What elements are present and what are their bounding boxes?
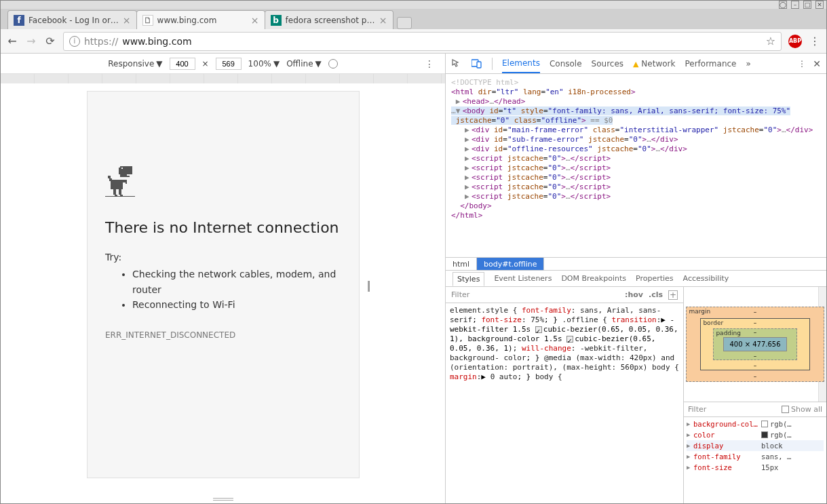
tab-close-icon[interactable]: × (119, 15, 131, 26)
computed-row: ▶background-colo…rgb(… (687, 419, 824, 429)
window-titlebar: ◯ – □ ✕ (1, 1, 826, 9)
breadcrumb-item[interactable]: body#t.offline (477, 258, 544, 270)
svg-rect-8 (126, 182, 127, 184)
address-bar[interactable]: i https://www.bing.com ☆ (63, 32, 782, 51)
computed-row: ▶colorrgb(… (687, 429, 824, 440)
new-tab-button[interactable] (397, 17, 412, 29)
computed-row: ▶font-familysans, … (687, 451, 824, 462)
svg-rect-13 (105, 196, 135, 197)
styles-tab-properties[interactable]: Properties (636, 274, 674, 283)
rotate-icon[interactable] (328, 59, 338, 69)
tab-close-icon[interactable]: × (247, 15, 259, 26)
back-button[interactable]: ← (6, 35, 18, 47)
computed-row: ▶displayblock (687, 440, 824, 451)
svg-rect-11 (115, 195, 117, 196)
svg-rect-9 (113, 189, 116, 195)
browser-tab[interactable]: f Facebook - Log In or… × (7, 10, 137, 29)
tab-title: www.bing.com (157, 16, 247, 25)
svg-rect-10 (119, 189, 121, 195)
border-label: border (703, 319, 723, 326)
favicon-icon: b (271, 15, 282, 26)
tab-network[interactable]: ▲ Network (633, 59, 675, 69)
filter-input[interactable]: Filter (451, 290, 469, 299)
svg-rect-12 (120, 195, 123, 196)
user-icon[interactable]: ◯ (779, 1, 787, 9)
styles-tab-dombreakpoints[interactable]: DOM Breakpoints (561, 274, 626, 283)
ruler-horizontal (1, 74, 445, 83)
device-menu-button[interactable]: ⋮ (425, 58, 434, 69)
box-content: 400 × 477.656 (723, 337, 786, 351)
tab-performance[interactable]: Performance (685, 59, 736, 69)
try-label: Try: (105, 252, 341, 263)
svg-rect-0 (120, 166, 132, 174)
styles-body[interactable]: element.style { font-family: sans, Arial… (446, 303, 683, 503)
offline-page: There is no Internet connection Try: Che… (88, 92, 359, 340)
devtools-close-button[interactable]: ✕ (813, 58, 821, 69)
svg-rect-16 (477, 62, 481, 68)
reload-button[interactable]: ⟳ (44, 35, 56, 47)
styles-tab-accessibility[interactable]: Accessibility (683, 274, 729, 283)
tabs-overflow-icon[interactable]: » (746, 59, 751, 69)
device-select[interactable]: Responsive ▼ (108, 59, 162, 69)
new-rule-button[interactable]: + (668, 290, 678, 300)
styles-tab-styles[interactable]: Styles (453, 272, 484, 286)
maximize-button[interactable]: □ (803, 1, 811, 9)
styles-pane: Filter :hov .cls + element.style { font-… (446, 287, 684, 503)
bookmark-star-icon[interactable]: ☆ (766, 35, 775, 47)
browser-tab[interactable]: 🗋 www.bing.com × (136, 10, 265, 29)
url-host: www.bing.com (122, 36, 191, 47)
dino-icon[interactable] (105, 166, 135, 199)
width-input[interactable] (170, 58, 195, 70)
suggestion-item: Reconnecting to Wi-Fi (132, 297, 341, 312)
computed-filter-bar: Filter Show all (684, 402, 826, 417)
svg-rect-1 (119, 168, 121, 174)
svg-rect-4 (108, 176, 111, 178)
tab-title: fedora screenshot p… (286, 16, 375, 25)
forward-button[interactable]: → (25, 35, 37, 47)
svg-rect-7 (123, 180, 127, 182)
emulated-viewport-area: There is no Internet connection Try: Che… (1, 74, 445, 503)
computed-filter-input[interactable]: Filter (688, 405, 706, 414)
svg-rect-2 (120, 174, 127, 176)
cls-toggle[interactable]: .cls (649, 290, 663, 299)
chrome-menu-button[interactable]: ⋮ (809, 35, 821, 47)
lower-panels: Filter :hov .cls + element.style { font-… (446, 287, 826, 503)
tab-console[interactable]: Console (550, 59, 582, 69)
box-model[interactable]: margin –– border –– padding –– 400 × 477… (684, 287, 826, 402)
show-all-checkbox[interactable]: Show all (782, 405, 822, 414)
device-toggle-icon[interactable] (472, 58, 482, 69)
tab-elements[interactable]: Elements (502, 58, 540, 73)
close-window-button[interactable]: ✕ (815, 1, 824, 9)
browser-tab[interactable]: b fedora screenshot p… × (265, 10, 393, 29)
site-info-icon[interactable]: i (69, 36, 80, 47)
tab-sources[interactable]: Sources (592, 59, 623, 69)
inspect-element-icon[interactable] (451, 58, 462, 69)
suggestion-item: Checking the network cables, modem, and … (132, 267, 341, 297)
devtools-menu-button[interactable]: ⋮ (798, 59, 806, 69)
tab-close-icon[interactable]: × (375, 15, 387, 26)
margin-label: margin (689, 308, 710, 315)
device-toolbar: Responsive ▼ × 100% ▼ Offline ▼ ⋮ ↙2 (1, 54, 445, 74)
svg-rect-3 (120, 176, 130, 177)
content-area: Responsive ▼ × 100% ▼ Offline ▼ ⋮ ↙2 (1, 54, 826, 503)
resize-handle-bottom[interactable] (213, 498, 233, 501)
svg-rect-6 (111, 180, 123, 189)
url-scheme: https:// (84, 36, 118, 47)
height-input[interactable] (216, 58, 242, 70)
favicon-icon: 🗋 (142, 15, 153, 26)
browser-toolbar: ← → ⟳ i https://www.bing.com ☆ ABP ⋮ (1, 29, 826, 54)
throttle-select[interactable]: Offline ▼ (286, 59, 322, 69)
computed-list[interactable]: ▶background-colo…rgb(… ▶colorrgb(… ▶disp… (684, 417, 826, 503)
styles-tab-eventlisteners[interactable]: Event Listeners (494, 274, 552, 283)
hov-toggle[interactable]: :hov (625, 290, 643, 299)
zoom-select[interactable]: 100% ▼ (248, 59, 280, 69)
devtools-tabs: Elements Console Sources ▲ Network Perfo… (446, 54, 826, 74)
emulated-viewport: There is no Internet connection Try: Che… (88, 92, 359, 478)
styles-tabs: Styles Event Listeners DOM Breakpoints P… (446, 271, 826, 287)
dom-tree[interactable]: <!DOCTYPE html> <html dir="ltr" lang="en… (446, 74, 826, 257)
resize-handle-right[interactable]: || (366, 278, 368, 291)
devtools-pane: Elements Console Sources ▲ Network Perfo… (446, 54, 826, 503)
minimize-button[interactable]: – (791, 1, 799, 9)
adblock-icon[interactable]: ABP (788, 35, 802, 48)
breadcrumb-item[interactable]: html (446, 258, 477, 270)
